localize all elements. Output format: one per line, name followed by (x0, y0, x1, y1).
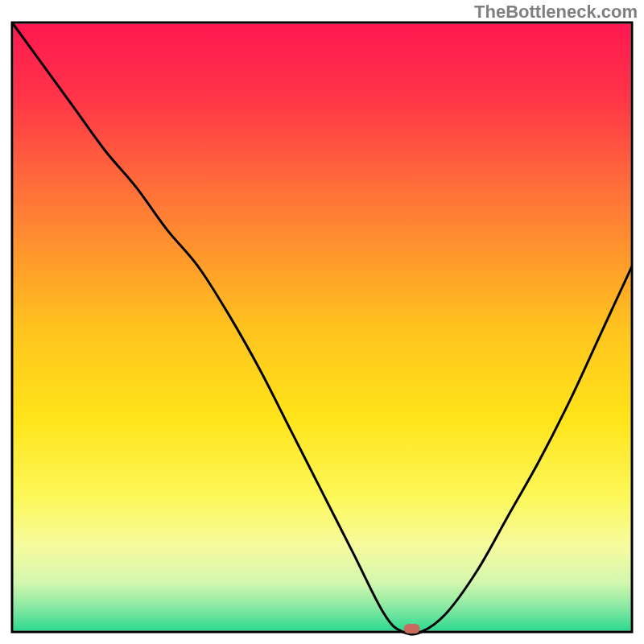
plot-gradient (14, 24, 631, 631)
attribution-text: TheBottleneck.com (474, 2, 638, 23)
chart-container: TheBottleneck.com (0, 0, 644, 644)
minimum-marker (404, 624, 420, 634)
chart-svg (0, 0, 644, 644)
